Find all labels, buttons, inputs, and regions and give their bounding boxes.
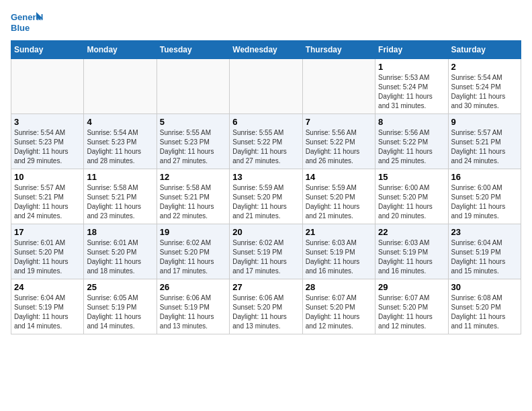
day-number: 16 <box>451 172 518 182</box>
day-number: 29 <box>378 282 445 292</box>
day-info: Sunrise: 6:01 AMSunset: 5:20 PMDaylight:… <box>14 238 81 276</box>
day-number: 24 <box>14 282 81 292</box>
day-cell-26: 26Sunrise: 6:06 AMSunset: 5:19 PMDayligh… <box>157 279 229 334</box>
day-info: Sunrise: 6:07 AMSunset: 5:20 PMDaylight:… <box>306 293 372 331</box>
weekday-header-saturday: Saturday <box>448 41 521 59</box>
week-row-4: 17Sunrise: 6:01 AMSunset: 5:20 PMDayligh… <box>11 224 521 279</box>
day-number: 18 <box>87 227 153 237</box>
day-cell-1: 1Sunrise: 5:53 AMSunset: 5:24 PMDaylight… <box>375 59 448 114</box>
day-cell-17: 17Sunrise: 6:01 AMSunset: 5:20 PMDayligh… <box>11 224 84 279</box>
day-info: Sunrise: 5:58 AMSunset: 5:21 PMDaylight:… <box>160 183 226 221</box>
empty-cell <box>84 59 157 114</box>
week-row-2: 3Sunrise: 5:54 AMSunset: 5:23 PMDaylight… <box>11 114 521 169</box>
day-number: 20 <box>232 227 299 237</box>
calendar-table: SundayMondayTuesdayWednesdayThursdayFrid… <box>11 40 521 334</box>
day-number: 9 <box>451 117 518 127</box>
day-cell-4: 4Sunrise: 5:54 AMSunset: 5:23 PMDaylight… <box>84 114 157 169</box>
day-cell-15: 15Sunrise: 6:00 AMSunset: 5:20 PMDayligh… <box>375 169 448 224</box>
empty-cell <box>157 59 229 114</box>
day-cell-14: 14Sunrise: 5:59 AMSunset: 5:20 PMDayligh… <box>302 169 375 224</box>
day-number: 21 <box>306 227 372 237</box>
page-header: GeneralBlue <box>11 11 521 35</box>
day-info: Sunrise: 5:54 AMSunset: 5:23 PMDaylight:… <box>87 128 153 166</box>
day-info: Sunrise: 6:05 AMSunset: 5:19 PMDaylight:… <box>87 293 153 331</box>
day-number: 14 <box>306 172 372 182</box>
day-info: Sunrise: 5:54 AMSunset: 5:23 PMDaylight:… <box>14 128 81 166</box>
day-info: Sunrise: 5:53 AMSunset: 5:24 PMDaylight:… <box>378 73 445 111</box>
weekday-header-monday: Monday <box>84 41 157 59</box>
svg-text:Blue: Blue <box>11 23 30 33</box>
day-cell-19: 19Sunrise: 6:02 AMSunset: 5:20 PMDayligh… <box>157 224 229 279</box>
day-cell-8: 8Sunrise: 5:56 AMSunset: 5:22 PMDaylight… <box>375 114 448 169</box>
day-number: 5 <box>160 117 226 127</box>
weekday-header-friday: Friday <box>375 41 448 59</box>
day-info: Sunrise: 5:54 AMSunset: 5:24 PMDaylight:… <box>451 73 518 111</box>
day-number: 4 <box>87 117 153 127</box>
day-cell-25: 25Sunrise: 6:05 AMSunset: 5:19 PMDayligh… <box>84 279 157 334</box>
day-cell-9: 9Sunrise: 5:57 AMSunset: 5:21 PMDaylight… <box>448 114 521 169</box>
weekday-header-sunday: Sunday <box>11 41 84 59</box>
day-cell-22: 22Sunrise: 6:03 AMSunset: 5:19 PMDayligh… <box>375 224 448 279</box>
day-info: Sunrise: 5:55 AMSunset: 5:23 PMDaylight:… <box>160 128 226 166</box>
day-number: 17 <box>14 227 81 237</box>
day-number: 23 <box>451 227 518 237</box>
day-info: Sunrise: 6:02 AMSunset: 5:20 PMDaylight:… <box>160 238 226 276</box>
day-info: Sunrise: 6:08 AMSunset: 5:20 PMDaylight:… <box>451 293 518 331</box>
day-cell-23: 23Sunrise: 6:04 AMSunset: 5:19 PMDayligh… <box>448 224 521 279</box>
day-info: Sunrise: 6:00 AMSunset: 5:20 PMDaylight:… <box>378 183 445 221</box>
day-number: 13 <box>232 172 299 182</box>
day-number: 26 <box>160 282 226 292</box>
day-number: 11 <box>87 172 153 182</box>
day-cell-3: 3Sunrise: 5:54 AMSunset: 5:23 PMDaylight… <box>11 114 84 169</box>
day-info: Sunrise: 6:06 AMSunset: 5:20 PMDaylight:… <box>232 293 299 331</box>
weekday-header-row: SundayMondayTuesdayWednesdayThursdayFrid… <box>11 41 521 59</box>
day-number: 2 <box>451 62 518 72</box>
day-cell-7: 7Sunrise: 5:56 AMSunset: 5:22 PMDaylight… <box>302 114 375 169</box>
day-cell-24: 24Sunrise: 6:04 AMSunset: 5:19 PMDayligh… <box>11 279 84 334</box>
weekday-header-wednesday: Wednesday <box>230 41 302 59</box>
day-cell-12: 12Sunrise: 5:58 AMSunset: 5:21 PMDayligh… <box>157 169 229 224</box>
day-info: Sunrise: 6:03 AMSunset: 5:19 PMDaylight:… <box>378 238 445 276</box>
day-cell-30: 30Sunrise: 6:08 AMSunset: 5:20 PMDayligh… <box>448 279 521 334</box>
day-number: 15 <box>378 172 445 182</box>
day-info: Sunrise: 6:06 AMSunset: 5:19 PMDaylight:… <box>160 293 226 331</box>
day-number: 28 <box>306 282 372 292</box>
day-cell-16: 16Sunrise: 6:00 AMSunset: 5:20 PMDayligh… <box>448 169 521 224</box>
day-number: 10 <box>14 172 81 182</box>
empty-cell <box>230 59 302 114</box>
day-info: Sunrise: 5:59 AMSunset: 5:20 PMDaylight:… <box>232 183 299 221</box>
logo: GeneralBlue <box>11 11 44 35</box>
day-number: 25 <box>87 282 153 292</box>
day-cell-21: 21Sunrise: 6:03 AMSunset: 5:19 PMDayligh… <box>302 224 375 279</box>
day-info: Sunrise: 5:55 AMSunset: 5:22 PMDaylight:… <box>232 128 299 166</box>
empty-cell <box>302 59 375 114</box>
day-info: Sunrise: 5:57 AMSunset: 5:21 PMDaylight:… <box>14 183 81 221</box>
day-number: 6 <box>232 117 299 127</box>
day-cell-11: 11Sunrise: 5:58 AMSunset: 5:21 PMDayligh… <box>84 169 157 224</box>
day-cell-13: 13Sunrise: 5:59 AMSunset: 5:20 PMDayligh… <box>230 169 302 224</box>
day-info: Sunrise: 5:57 AMSunset: 5:21 PMDaylight:… <box>451 128 518 166</box>
day-number: 8 <box>378 117 445 127</box>
day-info: Sunrise: 5:56 AMSunset: 5:22 PMDaylight:… <box>306 128 372 166</box>
weekday-header-thursday: Thursday <box>302 41 375 59</box>
week-row-5: 24Sunrise: 6:04 AMSunset: 5:19 PMDayligh… <box>11 279 521 334</box>
empty-cell <box>11 59 84 114</box>
day-number: 22 <box>378 227 445 237</box>
day-cell-6: 6Sunrise: 5:55 AMSunset: 5:22 PMDaylight… <box>230 114 302 169</box>
day-info: Sunrise: 6:03 AMSunset: 5:19 PMDaylight:… <box>306 238 372 276</box>
weekday-header-tuesday: Tuesday <box>157 41 229 59</box>
day-info: Sunrise: 6:04 AMSunset: 5:19 PMDaylight:… <box>14 293 81 331</box>
logo-svg: GeneralBlue <box>11 11 44 35</box>
day-number: 7 <box>306 117 372 127</box>
day-cell-2: 2Sunrise: 5:54 AMSunset: 5:24 PMDaylight… <box>448 59 521 114</box>
day-number: 19 <box>160 227 226 237</box>
day-cell-20: 20Sunrise: 6:02 AMSunset: 5:19 PMDayligh… <box>230 224 302 279</box>
day-number: 1 <box>378 62 445 72</box>
day-info: Sunrise: 6:07 AMSunset: 5:20 PMDaylight:… <box>378 293 445 331</box>
day-number: 12 <box>160 172 226 182</box>
day-info: Sunrise: 5:59 AMSunset: 5:20 PMDaylight:… <box>306 183 372 221</box>
day-info: Sunrise: 5:58 AMSunset: 5:21 PMDaylight:… <box>87 183 153 221</box>
day-info: Sunrise: 6:01 AMSunset: 5:20 PMDaylight:… <box>87 238 153 276</box>
day-info: Sunrise: 6:02 AMSunset: 5:19 PMDaylight:… <box>232 238 299 276</box>
day-info: Sunrise: 5:56 AMSunset: 5:22 PMDaylight:… <box>378 128 445 166</box>
